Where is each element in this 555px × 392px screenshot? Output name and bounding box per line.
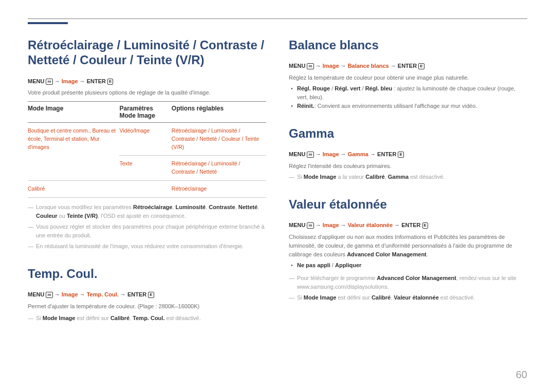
desc-temp: Permet d'ajuster la température de coule… — [28, 302, 266, 311]
menu-icon: m — [307, 222, 313, 229]
enter-icon: E — [107, 79, 113, 85]
menu-path-valeur: MENU m → Image → Valeur étalonnée → ENTE… — [289, 221, 527, 230]
bullets-balance: Régl. Rouge / Régl. vert / Régl. bleu : … — [289, 84, 527, 110]
cell-param2: Texte — [119, 156, 171, 181]
menu-path-gamma: MENU m → Image → Gamma → ENTER E — [289, 150, 527, 159]
menu-icon: m — [46, 292, 52, 298]
right-column: Balance blancs MENU m → Image → Balance … — [289, 38, 527, 338]
arrow: → — [78, 78, 87, 84]
enter-icon: E — [398, 152, 403, 158]
menu-icon: m — [46, 79, 52, 85]
heading-balance: Balance blancs — [289, 38, 527, 52]
bullet-apply: Ne pas appli / Appliquer — [297, 261, 527, 270]
heading-retroeclairage: Rétroéclairage / Luminosité / Contraste … — [28, 38, 266, 68]
section-gamma: Gamma MENU m → Image → Gamma → ENTER E R… — [289, 126, 527, 181]
cell-opts1: Rétroéclairage / Luminosité / Contraste … — [172, 123, 266, 156]
two-column-layout: Rétroéclairage / Luminosité / Contraste … — [28, 38, 527, 338]
bullets-valeur: Ne pas appli / Appliquer — [289, 261, 527, 270]
cell-param1: Vidéo/Image — [119, 123, 171, 156]
note-temp: Si Mode Image est défini sur Calibré, Te… — [36, 314, 266, 323]
note-disabled: Si Mode Image est défini sur Calibré, Va… — [297, 293, 527, 302]
desc-balance: Réglez la température de couleur pour ob… — [289, 73, 527, 82]
menu-path-retro: MENU m → Image → ENTER E — [28, 77, 266, 86]
cell-mode1: Boutique et centre comm., Bureau et écol… — [28, 123, 119, 181]
note-download: Pour télécharger le programme Advanced C… — [297, 274, 527, 291]
notes-retro: Lorsque vous modifiez les paramètres Rét… — [28, 203, 266, 251]
heading-valeur: Valeur étalonnée — [289, 197, 527, 212]
menu-icon: m — [307, 63, 313, 69]
cell-mode3: Calibré — [28, 180, 119, 197]
notes-gamma: Si Mode Image a la valeur Calibré, Gamma… — [289, 173, 527, 181]
arrow: → — [53, 78, 62, 84]
cell-opts2: Rétroéclairage / Luminosité / Contraste … — [172, 156, 266, 181]
cell-param3 — [119, 180, 171, 197]
heading-line1: Rétroéclairage / Luminosité / Contraste … — [28, 38, 264, 52]
menu-path-balance: MENU m → Image → Balance blancs → ENTER … — [289, 62, 527, 70]
manual-page: Rétroéclairage / Luminosité / Contraste … — [0, 0, 555, 392]
section-retroeclairage: Rétroéclairage / Luminosité / Contraste … — [28, 38, 266, 251]
th-mode-image: Mode Image — [28, 102, 119, 123]
enter-icon: E — [422, 222, 428, 229]
heading-gamma: Gamma — [289, 126, 527, 141]
desc-retro: Votre produit présente plusieurs options… — [28, 88, 266, 97]
heading-line2: Netteté / Couleur / Teinte (V/R) — [28, 53, 205, 67]
cell-opts3: Rétroéclairage — [172, 180, 266, 197]
left-column: Rétroéclairage / Luminosité / Contraste … — [28, 38, 266, 338]
page-number: 60 — [516, 369, 527, 381]
desc-gamma: Réglez l'intensité des couleurs primaire… — [289, 162, 527, 171]
th-options: Options réglables — [172, 102, 266, 123]
menu-path-temp: MENU m → Image → Temp. Coul. → ENTER E — [28, 290, 266, 299]
table-row: Calibré Rétroéclairage — [28, 180, 266, 197]
options-table: Mode Image Paramètres Mode Image Options… — [28, 101, 266, 198]
enter-label: ENTER — [87, 78, 107, 84]
note1: Lorsque vous modifiez les paramètres Rét… — [36, 203, 266, 220]
menu-icon: m — [307, 152, 313, 158]
top-rule — [28, 18, 527, 19]
heading-temp-coul: Temp. Coul. — [28, 266, 266, 281]
enter-icon: E — [418, 63, 424, 69]
bullet-reinit: Réinit.: Convient aux environnements uti… — [297, 102, 527, 110]
notes-valeur: Pour télécharger le programme Advanced C… — [289, 274, 527, 302]
table-row: Boutique et centre comm., Bureau et écol… — [28, 123, 266, 156]
menu-label: MENU — [28, 78, 46, 84]
notes-temp: Si Mode Image est défini sur Calibré, Te… — [28, 314, 266, 323]
section-valeur-etalonnee: Valeur étalonnée MENU m → Image → Valeur… — [289, 197, 527, 302]
bullet-rgb: Régl. Rouge / Régl. vert / Régl. bleu : … — [297, 84, 527, 102]
desc-valeur: Choisissez d'appliquer ou non aux modes … — [289, 233, 527, 259]
note2: Vous pouvez régler et stocker des paramè… — [36, 222, 266, 240]
note3: En réduisant la luminosité de l'image, v… — [36, 242, 266, 251]
section-balance-blancs: Balance blancs MENU m → Image → Balance … — [289, 38, 527, 110]
th-parametres: Paramètres Mode Image — [119, 102, 171, 123]
note-gamma: Si Mode Image a la valeur Calibré, Gamma… — [297, 173, 527, 181]
menu-step-image: Image — [62, 78, 78, 84]
section-temp-coul: Temp. Coul. MENU m → Image → Temp. Coul.… — [28, 266, 266, 323]
enter-icon: E — [148, 292, 154, 298]
accent-bar — [28, 22, 68, 24]
